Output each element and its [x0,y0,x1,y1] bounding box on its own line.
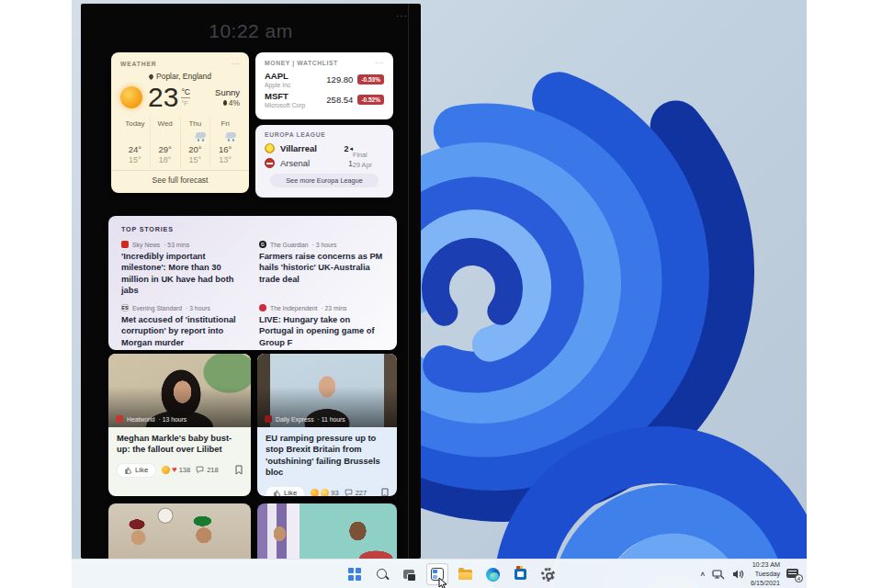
network-icon[interactable] [712,568,725,581]
stock-row[interactable]: AAPL Apple Inc 129.80 -0.53% [265,71,384,88]
file-explorer-button[interactable] [454,563,476,585]
weather-location-row[interactable]: Poplar, England [120,72,240,81]
top-stories-widget: TOP STORIES Sky News · 53 mins 'Incredib… [108,216,397,350]
story-headline[interactable]: 'Incredibly important milestone': More t… [121,251,246,296]
search-button[interactable] [371,563,393,585]
settings-button[interactable] [537,563,559,585]
forecast-day[interactable]: Today 24° 15° [120,117,151,168]
panel-clock: 10:22 am [81,20,421,42]
forecast-day[interactable]: Wed 29° 18° [151,117,181,168]
heatworld-favicon [116,415,123,423]
story-source: Sky News [132,242,160,248]
celsius-unit[interactable]: °C [181,87,190,98]
bookmark-icon [381,488,389,496]
comments-button[interactable]: 218 [196,466,219,474]
task-view-button[interactable] [399,563,421,585]
comments-button[interactable]: 227 [345,489,368,496]
like-button[interactable]: Like [117,463,156,478]
evening-standard-favicon: ES [121,304,129,311]
forecast-day[interactable]: Fri 16° 13° [210,117,240,168]
match-team-row: Arsenal 1 [265,158,353,168]
reaction-cluster[interactable]: ♥ 138 [162,466,190,474]
story-item[interactable]: The Independent · 23 mins LIVE: Hungary … [259,304,384,348]
start-button[interactable] [344,563,366,585]
edge-button[interactable] [481,563,503,585]
gear-icon [541,568,555,582]
tray-day: Tuesday [751,570,780,579]
see-more-europa-league-button[interactable]: See more Europa League [270,174,379,187]
stock-price: 258.54 [326,95,353,105]
article-photo: Daily Express · 11 hours [257,354,397,427]
day-low: 13° [210,155,240,164]
story-headline[interactable]: LIVE: Hungary take on Portugal in openin… [259,314,384,348]
news-card[interactable]: Heatworld · 13 hours Meghan Markle's bab… [108,354,251,496]
taskbar-clock[interactable]: 10:23 AM Tuesday 6/15/2021 [751,560,780,587]
stock-ticker: MSFT [265,91,323,101]
comment-icon [196,466,204,474]
see-full-forecast-link[interactable]: See full forecast [111,170,249,190]
article-headline[interactable]: EU ramping pressure up to stop Brexit Br… [257,427,397,482]
story-item[interactable]: G The Guardian · 3 hours Farmers raise c… [259,241,384,296]
comment-count: 218 [207,466,219,474]
team-name: Villarreal [280,143,317,153]
story-item[interactable]: ES Evening Standard · 3 hours Met accuse… [121,304,246,348]
mouse-cursor [438,577,448,588]
article-time: · 11 hours [318,416,345,423]
volume-icon[interactable] [731,568,744,581]
forecast-day[interactable]: Thu 20° 15° [181,117,211,168]
precip-chance: 4% [229,98,240,107]
bookmark-button[interactable] [381,485,389,496]
screenshot: 10:22 am ··· WEATHER ··· Poplar, England… [0,0,882,588]
stock-change-badge: -0.52% [357,95,384,105]
article-time: · 13 hours [159,416,187,423]
independent-favicon [259,304,266,311]
news-card[interactable]: Daily Express · 11 hours EU ramping pres… [257,354,397,496]
notification-center-button[interactable]: 4 [786,568,801,581]
reaction-count: 93 [331,489,338,496]
europa-league-widget[interactable]: EUROPA LEAGUE Villarreal 2 ◂ Arsenal 1 [255,125,393,198]
money-watchlist-widget[interactable]: MONEY | WATCHLIST ··· AAPL Apple Inc 129… [255,52,393,119]
article-source: Daily Express [276,416,314,423]
article-source: Heatworld [127,416,155,423]
daily-express-favicon [265,415,272,423]
day-high: 20° [181,144,210,154]
weather-condition: Sunny [215,87,240,97]
story-source: The Guardian [270,242,309,248]
stock-company: Apple Inc [265,82,323,88]
day-label: Fri [210,119,240,128]
story-headline[interactable]: Farmers raise concerns as PM hails 'hist… [259,251,384,285]
folder-icon [458,570,472,580]
search-icon [376,568,390,582]
news-card-cropped[interactable] [257,503,397,559]
droplet-icon [223,100,227,106]
story-time: · 3 hours [312,242,337,248]
story-headline[interactable]: Met accused of 'institutional corruption… [121,314,246,348]
story-time: · 3 hours [186,305,210,311]
weather-location: Poplar, England [156,72,211,81]
panel-menu-icon[interactable]: ··· [396,11,408,21]
stock-company: Microsoft Corp [265,102,323,108]
current-temp: 23 [148,84,178,111]
story-item[interactable]: Sky News · 53 mins 'Incredibly important… [121,241,246,296]
fahrenheit-unit[interactable]: °F [181,99,188,107]
match-date: 29 Apr [353,161,384,171]
weather-title: WEATHER [120,61,156,67]
reaction-cluster[interactable]: 93 [311,489,338,496]
day-low: 18° [151,155,180,164]
widgets-button[interactable] [426,563,448,585]
thumbs-up-emoji-icon [321,489,329,496]
bookmark-button[interactable] [235,462,243,479]
like-button[interactable]: Like [266,486,305,496]
weather-menu-icon[interactable]: ··· [232,60,241,68]
money-menu-icon[interactable]: ··· [376,59,385,67]
news-card-cropped[interactable] [108,503,251,559]
store-button[interactable] [509,563,531,585]
article-headline[interactable]: Meghan Markle's baby bust-up: the fallou… [108,427,251,459]
day-high: 16° [210,144,240,154]
story-source: Evening Standard [132,305,182,311]
weather-widget[interactable]: WEATHER ··· Poplar, England 23 °C °F Sun… [111,52,249,193]
top-stories-title: TOP STORIES [121,225,384,233]
tray-chevron-icon[interactable]: ∧ [699,571,706,578]
tray-date: 6/15/2021 [751,579,780,588]
stock-row[interactable]: MSFT Microsoft Corp 258.54 -0.52% [265,91,384,108]
